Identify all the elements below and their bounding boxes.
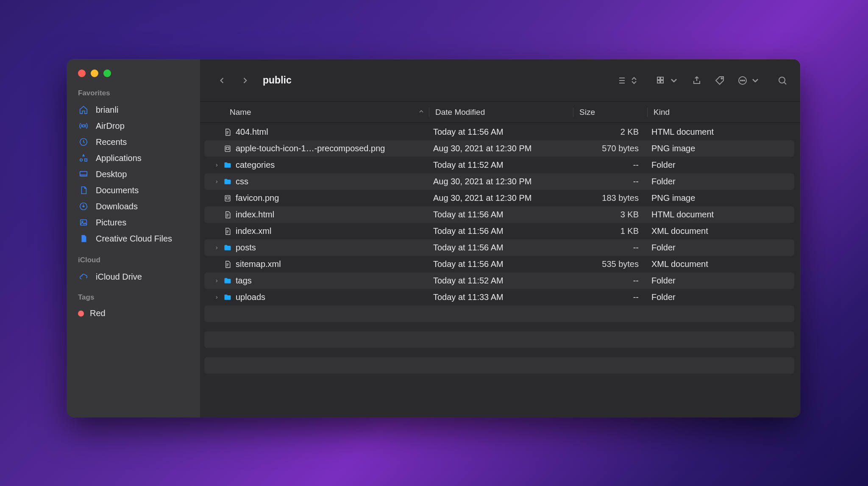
folder-icon (223, 276, 232, 286)
back-button[interactable] (213, 71, 231, 90)
empty-row (204, 348, 794, 357)
folder-icon (223, 161, 232, 170)
sidebar-item-label: Pictures (96, 218, 126, 228)
group-by-button[interactable] (656, 75, 679, 86)
window-title: public (263, 75, 292, 86)
sidebar-item-creative-cloud[interactable]: Creative Cloud Files (67, 231, 200, 247)
minimize-button[interactable] (91, 69, 98, 77)
file-size: -- (573, 292, 647, 302)
sidebar-item-recents[interactable]: Recents (67, 134, 200, 150)
sidebar-item-label: Recents (96, 137, 127, 147)
file-date: Today at 11:56 AM (429, 210, 573, 219)
file-row[interactable]: favicon.pngAug 30, 2021 at 12:30 PM183 b… (204, 190, 794, 206)
svg-rect-7 (661, 77, 663, 80)
file-row[interactable]: apple-touch-icon-1…-precomposed.pngAug 3… (204, 140, 794, 157)
file-name: index.html (236, 210, 274, 219)
svg-rect-8 (657, 81, 660, 83)
file-name: css (236, 177, 248, 186)
clock-icon (78, 136, 89, 147)
column-header-kind[interactable]: Kind (647, 108, 800, 117)
sidebar-item-downloads[interactable]: Downloads (67, 198, 200, 214)
sidebar-section-tags-label: Tags (67, 293, 200, 306)
file-name: index.xml (236, 226, 271, 236)
view-list-button[interactable] (616, 75, 639, 86)
close-button[interactable] (78, 69, 86, 77)
file-size: 3 KB (573, 210, 647, 219)
svg-point-10 (721, 78, 723, 79)
sidebar-item-label: iCloud Drive (96, 272, 142, 282)
sidebar-item-label: Downloads (96, 202, 138, 211)
file-icon (78, 233, 89, 244)
document-icon (78, 185, 89, 196)
svg-rect-2 (80, 172, 87, 176)
file-row[interactable]: categoriesToday at 11:52 AM--Folder (204, 157, 794, 173)
sidebar: Favorites brianli AirDrop Recents Applic… (67, 59, 200, 417)
pictures-icon (78, 217, 89, 228)
sidebar-tag-red[interactable]: Red (67, 306, 200, 321)
main-pane: public (200, 59, 800, 417)
svg-rect-18 (225, 195, 230, 201)
disclosure-triangle-icon[interactable] (214, 163, 220, 167)
search-button[interactable] (777, 75, 787, 86)
file-kind: PNG image (647, 193, 794, 203)
file-date: Today at 11:52 AM (429, 276, 573, 286)
forward-button[interactable] (236, 71, 254, 90)
disclosure-triangle-icon[interactable] (214, 295, 220, 300)
file-row[interactable]: uploadsToday at 11:33 AM--Folder (204, 289, 794, 305)
sidebar-item-desktop[interactable]: Desktop (67, 166, 200, 182)
tag-button[interactable] (715, 75, 725, 86)
disclosure-triangle-icon[interactable] (214, 246, 220, 250)
svg-rect-19 (226, 197, 229, 199)
file-name: posts (236, 243, 256, 253)
share-button[interactable] (692, 75, 702, 86)
file-row[interactable]: tagsToday at 11:52 AM--Folder (204, 272, 794, 289)
disclosure-triangle-icon[interactable] (214, 180, 220, 184)
file-row[interactable]: sitemap.xmlToday at 11:56 AM535 bytesXML… (204, 256, 794, 272)
sidebar-item-label: Applications (96, 153, 142, 163)
file-date: Today at 11:56 AM (429, 259, 573, 269)
file-row[interactable]: index.htmlToday at 11:56 AM3 KBHTML docu… (204, 206, 794, 223)
sidebar-item-documents[interactable]: Documents (67, 182, 200, 198)
sidebar-item-applications[interactable]: Applications (67, 150, 200, 166)
file-size: 183 bytes (573, 193, 647, 203)
sidebar-item-label: Red (90, 308, 106, 318)
file-kind: XML document (647, 226, 794, 236)
file-date: Today at 11:56 AM (429, 226, 573, 236)
column-header-date[interactable]: Date Modified (429, 108, 573, 117)
svg-point-15 (779, 77, 785, 83)
file-name: 404.html (236, 127, 268, 137)
disclosure-triangle-icon[interactable] (214, 279, 220, 283)
file-size: -- (573, 276, 647, 286)
column-header-size[interactable]: Size (573, 108, 647, 117)
file-name: favicon.png (236, 193, 279, 203)
file-size: -- (573, 243, 647, 253)
file-kind: Folder (647, 177, 794, 186)
folder-icon (223, 177, 232, 186)
column-header-name[interactable]: Name (204, 108, 429, 117)
cloud-icon (78, 271, 89, 282)
file-row[interactable]: 404.htmlToday at 11:56 AM2 KBHTML docume… (204, 124, 794, 140)
file-row[interactable]: index.xmlToday at 11:56 AM1 KBXML docume… (204, 223, 794, 239)
file-date: Today at 11:33 AM (429, 292, 573, 302)
file-kind: Folder (647, 292, 794, 302)
file-kind: HTML document (647, 127, 794, 137)
folder-icon (223, 243, 232, 253)
sidebar-item-airdrop[interactable]: AirDrop (67, 118, 200, 134)
sidebar-item-pictures[interactable]: Pictures (67, 214, 200, 231)
empty-row (204, 305, 794, 322)
svg-rect-4 (81, 220, 87, 225)
sidebar-item-home[interactable]: brianli (67, 102, 200, 118)
file-row[interactable]: cssAug 30, 2021 at 12:30 PM--Folder (204, 173, 794, 190)
airdrop-icon (78, 120, 89, 131)
sidebar-item-label: Desktop (96, 169, 127, 179)
sidebar-item-icloud-drive[interactable]: iCloud Drive (67, 269, 200, 285)
file-size: 1 KB (573, 226, 647, 236)
window-controls (67, 69, 200, 89)
empty-row (204, 357, 794, 374)
file-date: Today at 11:56 AM (429, 127, 573, 137)
action-menu-button[interactable] (737, 75, 760, 86)
fullscreen-button[interactable] (103, 69, 111, 77)
file-row[interactable]: postsToday at 11:56 AM--Folder (204, 239, 794, 256)
file-name: tags (236, 276, 252, 286)
file-date: Today at 11:52 AM (429, 160, 573, 170)
